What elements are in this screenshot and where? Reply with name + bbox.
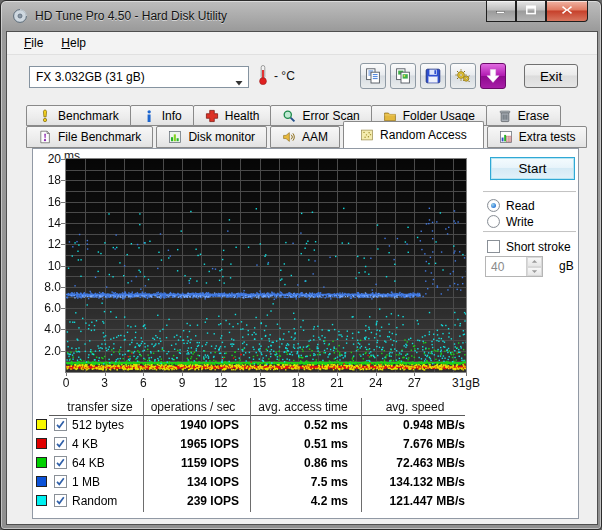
toolbar: FX 3.032GB (31 gB) - °C Exit [7, 56, 597, 100]
series-label: 4 KB [72, 437, 98, 451]
y-tick-label: 6.0 [35, 300, 61, 316]
close-icon [561, 4, 573, 18]
x-tick-label: 15 [238, 376, 282, 390]
spinner-buttons [526, 257, 542, 276]
tab-aam[interactable]: AAM [270, 126, 340, 148]
health-icon [205, 109, 219, 123]
copy-img-icon [394, 67, 412, 85]
avg-speed-value: 72.463 MB/s [363, 456, 465, 470]
series-label: 1 MB [72, 475, 100, 489]
drive-select-combobox[interactable]: FX 3.032GB (31 gB) [29, 66, 249, 88]
save-button[interactable] [420, 63, 446, 89]
short-stroke-size-value: 40 [486, 257, 526, 276]
y-tick-label: 8.0 [35, 279, 61, 295]
tab-benchmark[interactable]: Benchmark [26, 105, 131, 126]
tab-erase[interactable]: Erase [486, 105, 561, 126]
tab-file-benchmark[interactable]: File Benchmark [26, 126, 153, 148]
start-button[interactable]: Start [490, 157, 575, 180]
client-area: FileHelp FX 3.032GB (31 gB) - °C Exit Be… [6, 31, 598, 525]
maximize-button[interactable] [516, 1, 546, 22]
x-tick-label: 18 [276, 376, 320, 390]
tab-label: Benchmark [58, 109, 119, 123]
series-label: 64 KB [72, 456, 105, 470]
separator [483, 231, 576, 233]
latency-scatter-chart [65, 158, 467, 373]
y-tick-label: 4.0 [35, 321, 61, 337]
series-checkbox[interactable] [54, 494, 67, 507]
column-header: avg. access time [248, 400, 358, 414]
tab-info[interactable]: Info [130, 105, 194, 126]
extra-icon [499, 130, 513, 144]
tab-label: File Benchmark [58, 130, 141, 144]
short-stroke-unit-label: gB [559, 259, 574, 273]
tab-label: AAM [302, 130, 328, 144]
trash-icon [498, 109, 512, 123]
menu-item-file[interactable]: File [15, 33, 52, 53]
x-tick-mark [260, 373, 261, 376]
read-radio[interactable] [487, 199, 500, 212]
tab-disk-monitor[interactable]: Disk monitor [156, 126, 267, 148]
tab-health[interactable]: Health [193, 105, 272, 126]
tab-extra-tests[interactable]: Extra tests [487, 126, 588, 148]
series-checkbox[interactable] [54, 418, 67, 431]
copy-icon [364, 67, 382, 85]
menu-item-help[interactable]: Help [52, 33, 95, 53]
y-tick-label: 2.0 [35, 343, 61, 359]
x-tick-mark [298, 373, 299, 376]
random-icon [360, 128, 374, 142]
copy-image-button[interactable] [390, 63, 416, 89]
y-tick-mark [61, 329, 65, 330]
series-color-swatch [36, 457, 47, 468]
x-tick-label: 24 [354, 376, 398, 390]
y-tick-label: 18 [35, 172, 61, 188]
short-stroke-label: Short stroke [506, 240, 571, 254]
y-tick-label: 14 [35, 215, 61, 231]
iops-value: 239 IOPS [149, 494, 239, 508]
tab-random-access[interactable]: Random Access [343, 121, 484, 148]
minimize-icon [495, 4, 507, 18]
file-exclaim-icon [38, 130, 52, 144]
x-tick-label: 12 [199, 376, 243, 390]
table-row: 64 KB1159 IOPS0.86 ms72.463 MB/s [33, 453, 473, 472]
access-time-value: 4.2 ms [258, 494, 348, 508]
spin-up-button[interactable] [527, 257, 542, 267]
short-stroke-checkbox[interactable] [487, 240, 500, 253]
tab-label: Random Access [380, 128, 467, 142]
exit-button[interactable]: Exit [524, 64, 578, 88]
short-stroke-row[interactable]: Short stroke [487, 239, 571, 254]
series-checkbox[interactable] [54, 437, 67, 450]
write-radio-row[interactable]: Write [487, 214, 534, 229]
close-button[interactable] [546, 1, 588, 22]
options-button[interactable] [450, 63, 476, 89]
spin-down-button[interactable] [527, 267, 542, 277]
series-checkbox[interactable] [54, 475, 67, 488]
drive-select-value: FX 3.032GB (31 gB) [36, 70, 145, 84]
read-radio-row[interactable]: Read [487, 198, 535, 213]
y-tick-mark [61, 202, 65, 203]
y-tick-mark [61, 287, 65, 288]
y-tick-mark [61, 223, 65, 224]
x-tick-label: 0 [44, 376, 88, 390]
write-radio[interactable] [487, 215, 500, 228]
save-icon [424, 67, 442, 85]
capture-button[interactable] [480, 63, 506, 89]
series-color-swatch [36, 438, 47, 449]
y-tick-mark [61, 159, 65, 160]
access-time-value: 0.51 ms [258, 437, 348, 451]
series-checkbox[interactable] [54, 456, 67, 469]
series-color-swatch [36, 476, 47, 487]
tab-label: Disk monitor [188, 130, 255, 144]
y-tick-label: 20 [35, 151, 61, 167]
minimize-button[interactable] [486, 1, 516, 22]
copy-text-button[interactable] [360, 63, 386, 89]
iops-value: 1965 IOPS [149, 437, 239, 451]
short-stroke-size-spinner[interactable]: 40 [485, 256, 543, 277]
x-tick-mark [105, 373, 106, 376]
iops-value: 1159 IOPS [149, 456, 239, 470]
tab-label: Extra tests [519, 130, 576, 144]
separator [483, 191, 576, 193]
maximize-icon [525, 4, 537, 18]
magnifier-icon [282, 109, 296, 123]
x-tick-mark [337, 373, 338, 376]
series-color-swatch [36, 419, 47, 430]
